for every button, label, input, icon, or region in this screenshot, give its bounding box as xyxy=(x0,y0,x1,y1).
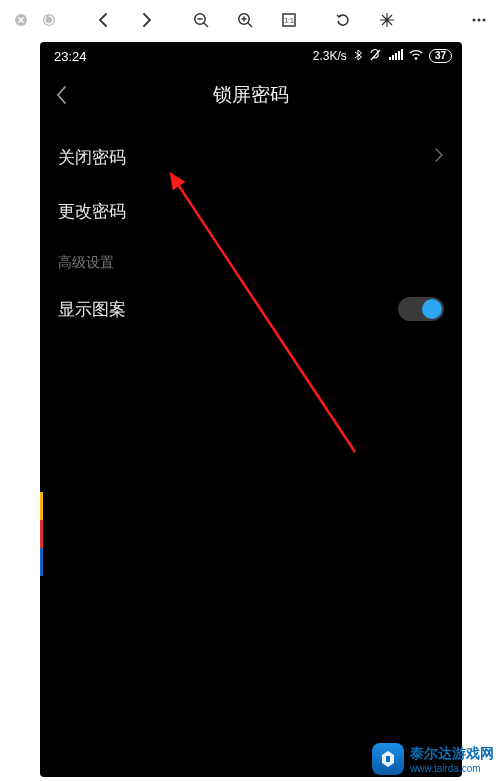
refresh-icon[interactable] xyxy=(38,9,60,31)
actual-size-icon[interactable]: 1:1 xyxy=(278,9,300,31)
chevron-right-icon xyxy=(434,147,444,168)
svg-rect-15 xyxy=(389,57,391,60)
viewer-toolbar: 1:1 xyxy=(0,0,500,40)
svg-rect-19 xyxy=(401,49,403,60)
row-show-pattern[interactable]: 显示图案 xyxy=(58,282,444,336)
settings-list: 关闭密码 更改密码 高级设置 显示图案 xyxy=(40,120,462,336)
side-decoration xyxy=(40,492,43,576)
svg-point-12 xyxy=(478,19,481,22)
watermark-badge-icon xyxy=(372,743,404,775)
row-label: 更改密码 xyxy=(58,200,126,223)
row-label: 关闭密码 xyxy=(58,146,126,169)
svg-line-3 xyxy=(204,23,208,27)
svg-line-6 xyxy=(248,23,252,27)
section-advanced: 高级设置 xyxy=(58,238,444,282)
sparkle-icon[interactable] xyxy=(376,9,398,31)
page-header: 锁屏密码 xyxy=(40,70,462,120)
watermark: 泰尔达游戏网 www.tairda.com xyxy=(372,743,494,775)
svg-point-11 xyxy=(473,19,476,22)
zoom-out-icon[interactable] xyxy=(190,9,212,31)
back-button[interactable] xyxy=(40,73,84,117)
svg-text:1:1: 1:1 xyxy=(284,17,294,24)
show-pattern-toggle[interactable] xyxy=(398,297,444,321)
bluetooth-icon xyxy=(353,49,363,64)
battery-indicator: 37 xyxy=(429,49,452,63)
status-time: 23:24 xyxy=(54,49,87,64)
zoom-in-icon[interactable] xyxy=(234,9,256,31)
status-netspeed: 2.3K/s xyxy=(313,49,347,63)
svg-point-13 xyxy=(483,19,486,22)
row-label: 显示图案 xyxy=(58,298,126,321)
more-icon[interactable] xyxy=(468,9,490,31)
close-icon[interactable] xyxy=(10,9,32,31)
wifi-icon xyxy=(409,49,423,63)
page-title: 锁屏密码 xyxy=(40,82,462,108)
svg-rect-16 xyxy=(392,55,394,60)
status-bar: 23:24 2.3K/s 37 xyxy=(40,42,462,70)
row-change-password[interactable]: 更改密码 xyxy=(58,184,444,238)
watermark-url: www.tairda.com xyxy=(410,763,494,774)
svg-rect-17 xyxy=(395,53,397,60)
rotate-icon[interactable] xyxy=(332,9,354,31)
svg-point-20 xyxy=(415,57,418,60)
signal-icon xyxy=(389,49,403,63)
mute-icon xyxy=(369,49,383,64)
nav-back-icon[interactable] xyxy=(92,9,114,31)
svg-rect-18 xyxy=(398,51,400,60)
phone-screen: 23:24 2.3K/s 37 锁屏密码 关闭密码 更改密码 高级设置 显示图 xyxy=(40,42,462,777)
svg-rect-22 xyxy=(386,756,390,762)
row-disable-password[interactable]: 关闭密码 xyxy=(58,130,444,184)
nav-forward-icon[interactable] xyxy=(136,9,158,31)
watermark-name: 泰尔达游戏网 xyxy=(410,745,494,763)
